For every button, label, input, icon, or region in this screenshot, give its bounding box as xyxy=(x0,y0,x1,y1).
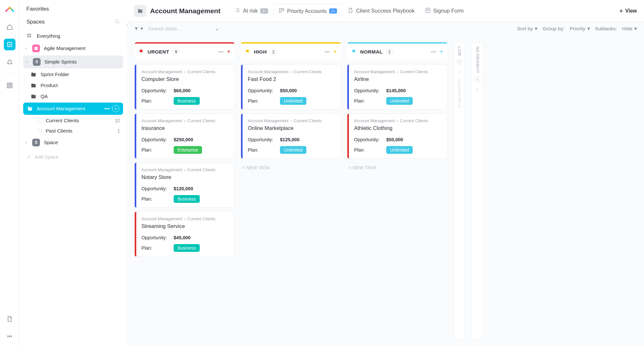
more-icon[interactable]: ••• xyxy=(104,106,110,112)
opportunity-value: $120,000 xyxy=(174,186,193,191)
card-title: Airline xyxy=(354,76,442,82)
tab-label: Priority Accounts xyxy=(287,8,327,14)
task-card[interactable]: Account Management›Current Clients Strea… xyxy=(135,212,235,257)
subtasks-button[interactable]: Subtasks: Hide ▾ xyxy=(595,26,637,32)
search-icon[interactable] xyxy=(115,19,120,25)
collapsed-column-low[interactable]: LOW0›COLLAPSE GROUP xyxy=(454,42,465,340)
add-icon[interactable]: + xyxy=(112,105,119,112)
task-card[interactable]: Account Management›Current Clients Notar… xyxy=(135,163,235,208)
column-count: 0 xyxy=(474,76,481,83)
task-card[interactable]: Account Management›Current Clients Athle… xyxy=(347,114,447,159)
plan-tag: Unlimited xyxy=(280,146,306,154)
column-name: HIGH xyxy=(254,49,267,55)
sidebar-space-simple-sprints[interactable]: S Simple Sprints xyxy=(23,55,123,68)
search-tasks-input[interactable]: Search tasks... ⌄ xyxy=(148,26,219,32)
svg-rect-13 xyxy=(282,8,284,11)
app-logo-icon[interactable] xyxy=(5,5,14,15)
add-task-icon[interactable]: + xyxy=(333,48,337,55)
collapsed-column-no-priority[interactable]: NO PRIORITY0› xyxy=(472,42,483,340)
breadcrumb: Account Management›Current Clients xyxy=(141,69,229,74)
sidebar-folder-sprint-folder[interactable]: Sprint Folder xyxy=(19,69,127,80)
card-title: Online Marketplace xyxy=(248,125,335,131)
spaces-heading[interactable]: Spaces xyxy=(26,19,45,25)
group-by-button[interactable]: Group by: Priority ▾ xyxy=(543,26,590,32)
sidebar-list-current-clients[interactable]: Current Clients12 xyxy=(37,115,127,126)
broadcast-icon[interactable] xyxy=(4,331,15,342)
filter-button[interactable]: ▾ xyxy=(134,26,143,32)
add-space-button[interactable]: Add Space xyxy=(19,151,127,163)
board-icon xyxy=(279,7,284,15)
task-card[interactable]: Account Management›Current Clients Fast … xyxy=(241,64,341,110)
task-card[interactable]: Account Management›Current Clients Onlin… xyxy=(241,114,341,159)
sidebar-folder-account-management[interactable]: Account Management•••+ xyxy=(23,103,123,115)
task-card[interactable]: Account Management›Current Clients Compu… xyxy=(135,64,235,110)
breadcrumb: Account Management›Current Clients xyxy=(248,118,335,123)
task-card[interactable]: Account Management›Current Clients Insur… xyxy=(135,114,235,159)
folder-icon xyxy=(30,72,37,77)
caption: COLLAPSE GROUP xyxy=(458,79,461,108)
apps-icon[interactable] xyxy=(4,80,15,91)
sidebar-space-agile[interactable]: Agile Management xyxy=(19,42,127,55)
sidebar-everything[interactable]: Everything xyxy=(19,30,127,42)
sidebar-folder-product[interactable]: Product xyxy=(19,80,127,91)
column-count: 2 xyxy=(270,48,277,55)
tab-signup-form[interactable]: Signup Form xyxy=(420,4,469,18)
field-label: Opportunity: xyxy=(141,235,174,240)
svg-rect-11 xyxy=(34,47,37,50)
list-count: 1 xyxy=(117,128,120,133)
more-icon[interactable]: ••• xyxy=(325,49,330,55)
add-task-icon[interactable]: + xyxy=(227,48,231,55)
tab-at-risk[interactable]: At risk3▾ xyxy=(229,4,273,18)
tab-client-success-playbook[interactable]: Client Success Playbook xyxy=(342,4,420,18)
tasks-icon[interactable] xyxy=(4,39,15,50)
card-title: Fast Food 2 xyxy=(248,76,335,82)
column-count: 0 xyxy=(456,59,463,65)
svg-point-6 xyxy=(116,20,119,23)
breadcrumb: Account Management›Current Clients xyxy=(248,69,335,74)
list-label: Past Clients xyxy=(46,128,72,134)
tab-priority-accounts[interactable]: Priority Accounts2▾ xyxy=(273,4,342,18)
svg-rect-1 xyxy=(7,83,9,85)
rail-divider xyxy=(6,74,14,74)
column-urgent: URGENT 9 •••+ Account Management›Current… xyxy=(135,42,235,340)
space-label: Agile Management xyxy=(44,45,85,51)
add-task-icon[interactable]: + xyxy=(439,48,443,55)
card-title: Streaming Service xyxy=(141,223,229,229)
home-icon[interactable] xyxy=(4,21,15,33)
add-view-button[interactable]: View xyxy=(619,8,637,14)
notifications-icon[interactable] xyxy=(4,56,15,68)
sort-by-button[interactable]: Sort by ▾ xyxy=(517,26,537,32)
flag-icon xyxy=(139,49,144,55)
sidebar-list-past-clients[interactable]: Past Clients1 xyxy=(37,126,127,136)
svg-point-7 xyxy=(27,34,28,35)
folder-label: Account Management xyxy=(37,106,85,112)
app-rail xyxy=(0,0,19,346)
space-label: Simple Sprints xyxy=(44,59,77,65)
more-icon[interactable]: ••• xyxy=(431,49,437,55)
sidebar-folder-qa[interactable]: QA xyxy=(19,91,127,102)
folder-label: QA xyxy=(41,94,48,99)
folder-icon xyxy=(134,5,146,17)
card-title: Athletic Clothing xyxy=(354,125,442,131)
sidebar-space-generic[interactable]: S Space xyxy=(19,136,127,149)
search-placeholder: Search tasks... xyxy=(148,26,181,32)
tab-label: Signup Form xyxy=(433,8,464,14)
chevron-down-icon xyxy=(24,60,29,64)
subtasks-value: Hide xyxy=(622,26,632,32)
topbar: Account Management At risk3▾Priority Acc… xyxy=(127,0,644,22)
field-label: Plan: xyxy=(248,147,280,153)
list-icon xyxy=(235,7,240,15)
new-task-button[interactable]: + NEW TASK xyxy=(241,163,341,173)
list-icon xyxy=(37,129,42,133)
docs-icon[interactable] xyxy=(4,313,15,325)
breadcrumb: Account Management›Current Clients xyxy=(354,118,442,123)
opportunity-value: $45,000 xyxy=(174,235,190,240)
more-icon[interactable]: ••• xyxy=(218,49,224,55)
task-card[interactable]: Account Management›Current Clients Airli… xyxy=(347,64,447,110)
new-task-button[interactable]: + NEW TASK xyxy=(347,163,447,173)
filter-bar: ▾ Search tasks... ⌄ Sort by ▾ Group by: … xyxy=(127,22,644,36)
plan-tag: Business xyxy=(174,244,200,252)
form-icon xyxy=(425,7,431,15)
favorites-heading[interactable]: Favorites xyxy=(26,6,120,12)
plan-tag: Unlimited xyxy=(280,97,306,105)
